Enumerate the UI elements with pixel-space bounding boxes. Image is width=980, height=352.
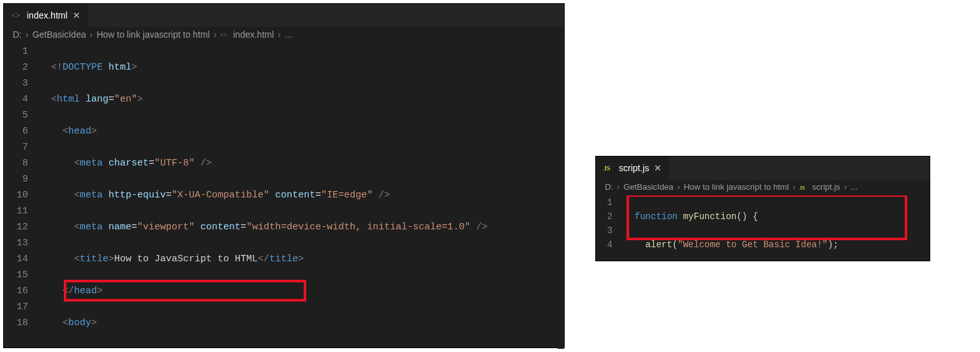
breadcrumb-tail: ... [850,182,858,192]
close-icon[interactable]: ✕ [73,10,80,20]
breadcrumb-seg: D: [13,29,22,40]
code-content[interactable]: function myFunction() { alert("Welcome t… [624,195,930,259]
breadcrumb-tail: ... [285,29,292,40]
code-content[interactable]: <!DOCTYPE html> <html lang="en"> <head> … [40,43,564,349]
chevron-right-icon: › [26,29,29,40]
js-icon: JS [799,183,808,192]
line-number-gutter: 1234 [596,195,624,259]
code-area[interactable]: 1234 function myFunction() { alert("Welc… [596,195,930,259]
editor-window-right: JS script.js ✕ D: › GetBasicIdea › How t… [595,156,930,261]
tab-bar: JS script.js ✕ [596,157,930,180]
tab-label: script.js [619,163,649,173]
breadcrumb-seg: D: [605,182,613,192]
code-area[interactable]: 123456789 101112131415161718 <!DOCTYPE h… [4,43,564,349]
close-icon[interactable]: ✕ [654,163,662,173]
breadcrumb-seg: GetBasicIdea [33,29,86,40]
chevron-right-icon: › [677,182,679,192]
breadcrumb-file: index.html [233,29,274,40]
tab-index-html[interactable]: <> index.html ✕ [4,4,89,27]
breadcrumb-seg: GetBasicIdea [623,182,673,192]
chevron-right-icon: › [792,182,795,192]
minimap[interactable] [558,43,564,349]
breadcrumb-seg: How to link javascript to html [96,29,209,40]
breadcrumb[interactable]: D: › GetBasicIdea › How to link javascri… [4,27,564,43]
breadcrumb-file: script.js [812,182,840,192]
chevron-right-icon: › [90,29,93,40]
tab-bar: <> index.html ✕ [4,4,564,27]
breadcrumb[interactable]: D: › GetBasicIdea › How to link javascri… [596,180,930,195]
tab-label: index.html [27,10,68,20]
svg-text:<>: <> [11,11,20,20]
line-number-gutter: 123456789 101112131415161718 [4,43,40,349]
html-icon: <> [11,10,22,20]
html-icon: <> [220,30,229,39]
chevron-right-icon: › [617,182,620,192]
svg-text:JS: JS [604,165,611,172]
chevron-right-icon: › [214,29,217,40]
svg-text:<>: <> [220,31,227,38]
js-icon: JS [604,163,614,173]
breadcrumb-seg: How to link javascript to html [684,182,789,192]
tab-script-js[interactable]: JS script.js ✕ [596,157,670,180]
editor-window-left: <> index.html ✕ D: › GetBasicIdea › How … [3,3,565,348]
svg-text:JS: JS [799,185,805,190]
chevron-right-icon: › [278,29,281,40]
chevron-right-icon: › [844,182,847,192]
